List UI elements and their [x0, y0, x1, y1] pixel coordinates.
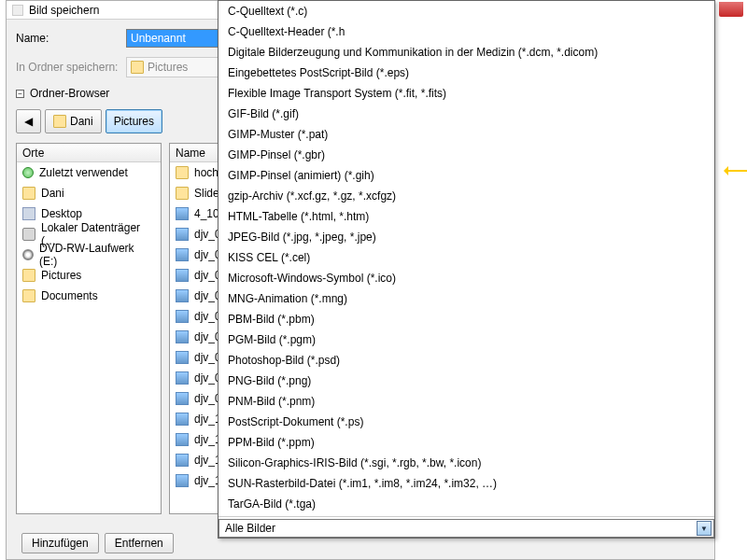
folder-icon [131, 61, 144, 74]
add-button-label: Hinzufügen [32, 537, 89, 550]
filetype-option[interactable]: GIMP-Muster (*.pat) [218, 124, 714, 145]
filetype-option[interactable]: GIMP-Pinsel (*.gbr) [218, 145, 714, 165]
image-icon [176, 207, 189, 220]
remove-button[interactable]: Entfernen [105, 533, 174, 553]
folder-icon [22, 289, 35, 302]
places-panel: Orte Zuletzt verwendetDaniDesktopLokaler… [16, 143, 162, 514]
filetype-option[interactable]: PostScript-Dokument (*.ps) [218, 412, 714, 432]
filetype-combo-value: Alle Bilder [225, 522, 275, 535]
filetype-option[interactable]: Silicon-Graphics-IRIS-Bild (*.sgi, *.rgb… [218, 453, 714, 473]
image-icon [176, 248, 189, 261]
filetype-option[interactable]: PNM-Bild (*.pnm) [218, 391, 714, 412]
drive-icon [22, 228, 35, 241]
expander-icon: − [16, 90, 24, 98]
image-icon [176, 474, 189, 487]
places-item-label: Dani [41, 187, 64, 200]
filetype-option[interactable]: Microsoft-Windows-Symbol (*.ico) [218, 268, 714, 288]
image-icon [176, 289, 189, 302]
folder-icon [176, 166, 189, 179]
app-icon [12, 5, 23, 16]
filetype-option[interactable]: gzip-Archiv (*.xcf.gz, *.gz, *.xcfgz) [218, 186, 714, 206]
places-item[interactable]: Dani [17, 183, 161, 203]
filetype-option[interactable]: HTML-Tabelle (*.html, *.htm) [218, 206, 714, 227]
image-icon [176, 351, 189, 364]
image-icon [176, 454, 189, 467]
path-seg-label: Dani [70, 115, 93, 128]
filetype-option[interactable]: KISS CEL (*.cel) [218, 247, 714, 268]
close-button[interactable] [719, 2, 743, 17]
places-item-label: Zuletzt verwendet [39, 166, 128, 179]
dropdown-separator [218, 516, 714, 517]
image-icon [176, 228, 189, 241]
places-item[interactable]: Documents [17, 286, 161, 306]
filetype-option[interactable]: GIF-Bild (*.gif) [218, 104, 714, 124]
image-icon [176, 392, 189, 405]
remove-button-label: Entfernen [115, 537, 163, 550]
filetype-option[interactable]: TarGA-Bild (*.tga) [218, 494, 714, 514]
add-button[interactable]: Hinzufügen [21, 533, 99, 553]
places-item-label: Documents [41, 289, 98, 302]
filetype-option[interactable]: SUN-Rasterbild-Datei (*.im1, *.im8, *.im… [218, 473, 714, 494]
folder-label: In Ordner speichern: [16, 61, 126, 74]
places-header: Orte [17, 144, 161, 162]
image-icon [176, 433, 189, 446]
folder-icon [22, 269, 35, 282]
folder-icon [53, 115, 66, 128]
folder-icon [176, 187, 189, 200]
filetype-dropdown[interactable]: C-Quelltext (*.c)C-Quelltext-Header (*.h… [218, 0, 715, 539]
path-seg-label: Pictures [114, 115, 154, 128]
name-label: Name: [16, 32, 126, 45]
filetype-option[interactable]: C-Quelltext (*.c) [218, 1, 714, 21]
folder-icon [22, 187, 35, 200]
back-button[interactable]: ◀ [16, 109, 41, 133]
desktop-icon [22, 207, 35, 220]
image-icon [176, 413, 189, 426]
folder-value: Pictures [148, 61, 188, 74]
filetype-option[interactable]: GIMP-Pinsel (animiert) (*.gih) [218, 165, 714, 186]
places-item-label: Desktop [41, 207, 82, 220]
disc-icon [22, 249, 34, 260]
places-item-label: DVD-RW-Laufwerk (E:) [39, 242, 155, 268]
back-icon: ◀ [24, 115, 33, 128]
image-icon [176, 310, 189, 323]
filetype-option[interactable]: Photoshop-Bild (*.psd) [218, 350, 714, 371]
filetype-option[interactable]: Flexible Image Transport System (*.fit, … [218, 83, 714, 104]
window-title: Bild speichern [29, 4, 99, 17]
filetype-option[interactable]: PPM-Bild (*.ppm) [218, 432, 714, 453]
filetype-option[interactable]: Eingebettetes PostScript-Bild (*.eps) [218, 63, 714, 83]
chevron-down-icon: ▼ [697, 521, 712, 536]
recent-icon [22, 167, 34, 178]
filetype-option[interactable]: PBM-Bild (*.pbm) [218, 309, 714, 329]
filetype-option[interactable]: MNG-Animation (*.mng) [218, 288, 714, 309]
path-seg-dani[interactable]: Dani [45, 109, 102, 133]
filetype-option[interactable]: Digitale Bilderzeugung und Kommunikation… [218, 42, 714, 63]
filetype-option[interactable]: PGM-Bild (*.pgm) [218, 329, 714, 350]
timeline-marker [728, 170, 747, 172]
places-item-label: Pictures [41, 269, 81, 282]
filetype-option[interactable]: PNG-Bild (*.png) [218, 371, 714, 391]
image-icon [176, 330, 189, 343]
places-item[interactable]: Pictures [17, 265, 161, 286]
filetype-option[interactable]: JPEG-Bild (*.jpg, *.jpeg, *.jpe) [218, 227, 714, 247]
places-item[interactable]: DVD-RW-Laufwerk (E:) [17, 245, 161, 265]
image-icon [176, 371, 189, 385]
image-icon [176, 269, 189, 282]
places-item[interactable]: Zuletzt verwendet [17, 162, 161, 183]
filetype-option[interactable]: C-Quelltext-Header (*.h [218, 21, 714, 42]
path-seg-pictures[interactable]: Pictures [106, 109, 162, 133]
expander-label: Ordner-Browser [30, 87, 109, 100]
filetype-combo[interactable]: Alle Bilder ▼ [218, 519, 714, 538]
